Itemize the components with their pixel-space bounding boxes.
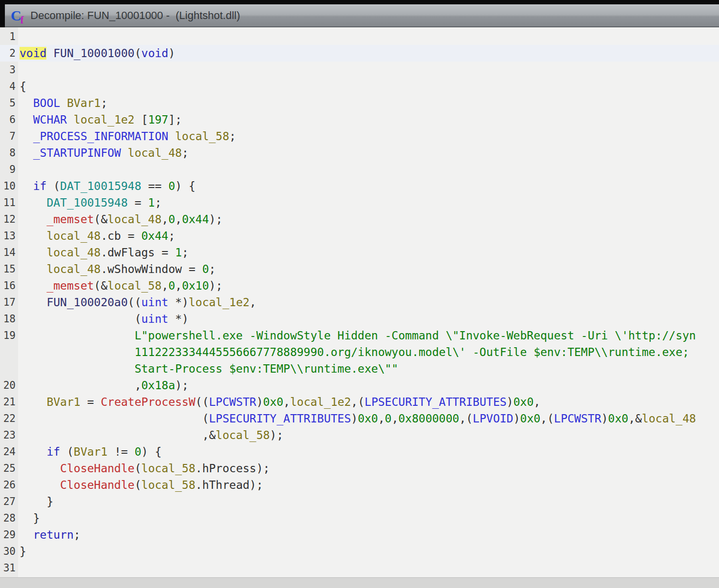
token-plain[interactable]: } [20,545,26,558]
token-plain[interactable]: .cb = [101,230,141,242]
token-plain[interactable]: ) [256,396,263,408]
token-constant[interactable]: 0x0 [263,396,284,408]
token-plain[interactable]: ( [134,47,141,60]
token-constant[interactable]: 0 [134,445,141,458]
token-constant[interactable]: 0 [385,412,392,425]
token-variable[interactable]: local_48 [46,263,101,275]
token-plain[interactable]: != [107,445,134,458]
token-plain[interactable]: (& [94,279,107,292]
token-plain[interactable]: ; [182,147,189,159]
token-variable[interactable]: local_58 [175,130,230,143]
token-constant[interactable]: 0x0 [520,412,541,425]
token-plain[interactable]: ( [60,445,74,458]
token-constant[interactable]: 197 [148,113,169,126]
token-variable[interactable]: local_48 [46,246,101,259]
token-plain[interactable]: ; [169,230,175,242]
token-plain[interactable]: ) [507,396,513,408]
token-variable[interactable]: BVar1 [67,97,101,109]
token-function[interactable]: FUN_100020a0 [46,296,127,309]
token-string[interactable]: L"powershell.exe -WindowStyle Hidden -Co… [134,329,696,342]
token-plain[interactable]: ; [182,246,189,259]
token-plain[interactable]: , [378,412,385,425]
token-variable[interactable]: local_58 [216,429,270,441]
token-plain[interactable]: = [128,196,148,209]
token-plain[interactable]: .hThread); [195,479,263,491]
token-constant[interactable]: 1 [175,246,182,259]
token-plain[interactable]: ; [101,97,107,109]
token-plain[interactable]: ,& [628,412,642,425]
token-keyword[interactable]: void [20,47,46,60]
token-variable[interactable]: BVar1 [74,445,107,458]
token-plain[interactable]: ; [209,263,216,275]
token-plain[interactable]: ( [46,180,60,192]
token-plain[interactable]: , [283,396,290,408]
token-plain[interactable]: ) { [141,445,162,458]
token-plain[interactable]: (& [94,213,107,226]
token-type[interactable]: LPVOID [473,412,513,425]
token-constant[interactable]: 0x44 [182,213,209,226]
token-plain[interactable]: .wShowWindow = [101,263,202,275]
token-plain[interactable]: } [46,495,53,508]
token-function[interactable]: FUN_10001000 [53,47,134,60]
token-global[interactable]: DAT_10015948 [60,180,141,192]
token-plain[interactable]: , [250,296,256,309]
token-type[interactable]: LPCWSTR [209,396,256,408]
token-variable[interactable]: local_1e2 [290,396,351,408]
token-plain[interactable]: .dwFlags = [101,246,175,259]
token-type[interactable]: LPSECURITY_ATTRIBUTES [364,396,507,408]
token-plain[interactable]: , [162,213,169,226]
token-plain[interactable]: } [33,512,40,525]
token-plain[interactable]: == [141,180,168,192]
token-plain[interactable]: ; [155,196,162,209]
token-plain[interactable]: ; [74,528,81,541]
token-variable[interactable]: local_1e2 [74,113,135,126]
token-plain[interactable]: ]; [169,113,182,126]
token-plain[interactable]: , [162,279,169,292]
token-variable[interactable]: local_48 [642,412,696,425]
token-plain[interactable]: ) { [175,180,196,192]
token-plain[interactable]: (( [195,396,209,408]
token-type[interactable]: _STARTUPINFOW [33,147,121,159]
token-plain[interactable]: ); [175,379,189,392]
token-plain[interactable]: ,& [202,429,216,441]
token-plain[interactable]: ,( [459,412,473,425]
token-plain[interactable]: , [534,396,541,408]
token-plain[interactable]: { [20,80,26,93]
token-string[interactable]: Start-Process $env:TEMP\\runtime.exe\"" [134,362,398,375]
token-plain[interactable]: *) [169,313,189,325]
token-variable[interactable]: local_58 [141,479,195,491]
token-extern[interactable]: CloseHandle [60,479,134,491]
token-plain[interactable]: ); [270,429,283,441]
token-constant[interactable]: 0x0 [513,396,534,408]
token-global[interactable]: DAT_10015948 [46,196,127,209]
token-extern[interactable]: _memset [46,213,94,226]
token-keyword[interactable]: return [33,528,74,541]
token-plain[interactable]: ; [229,130,236,143]
titlebar[interactable]: Cf Decompile: FUN_10001000 - (Lightshot.… [5,4,719,27]
token-variable[interactable]: local_58 [141,462,195,475]
token-plain[interactable]: = [81,396,101,408]
token-plain[interactable]: ( [134,462,141,475]
token-plain[interactable]: , [175,213,182,226]
token-plain[interactable]: , [134,379,141,392]
token-constant[interactable]: 0x10 [182,279,209,292]
token-type[interactable]: LPSECURITY_ATTRIBUTES [209,412,351,425]
token-type[interactable]: WCHAR [33,113,67,126]
token-plain[interactable]: ) [169,47,175,60]
token-constant[interactable]: 0 [169,180,175,192]
token-plain[interactable]: ) [351,412,358,425]
token-plain[interactable]: ) [601,412,608,425]
token-constant[interactable]: 0x8000000 [399,412,460,425]
token-type[interactable]: uint [141,296,168,309]
token-plain[interactable]: ,( [540,412,554,425]
token-extern[interactable]: CloseHandle [60,462,134,475]
token-plain[interactable]: (( [128,296,142,309]
token-variable[interactable]: local_48 [107,213,162,226]
token-constant[interactable]: 0x0 [358,412,378,425]
token-constant[interactable]: 0x0 [608,412,629,425]
token-plain[interactable]: .hProcess); [195,462,270,475]
token-plain[interactable]: ( [202,412,209,425]
token-variable[interactable]: BVar1 [46,396,80,408]
token-constant[interactable]: 0 [169,279,175,292]
token-plain[interactable]: [ [134,113,148,126]
